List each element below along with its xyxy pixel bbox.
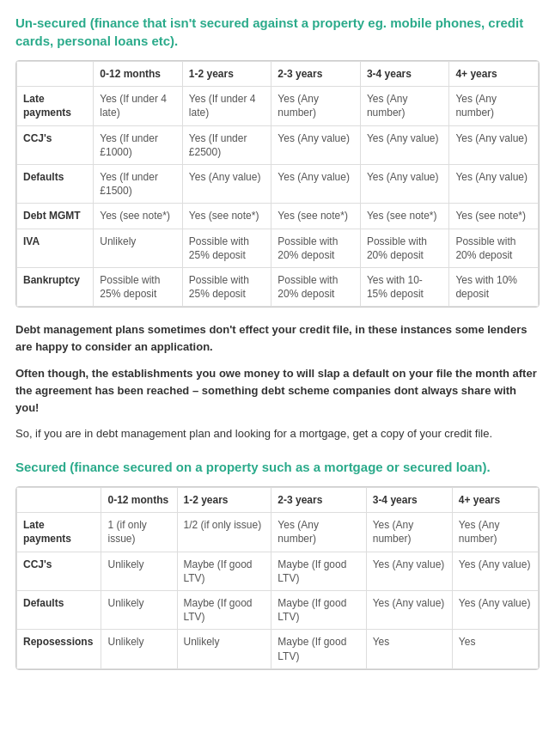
table-cell: Yes (Any number) (449, 87, 539, 125)
table-cell: Yes (Any value) (449, 164, 539, 203)
table-cell: Yes with 10% deposit (449, 267, 539, 306)
table-cell: Yes (Any value) (452, 591, 538, 630)
table-cell: Yes (see note*) (360, 204, 449, 229)
table-cell: Possible with 20% deposit (271, 267, 361, 306)
table-cell: Yes with 10-15% deposit (360, 267, 449, 306)
unsecured-col-header-1: 0-12 months (94, 62, 183, 87)
table-cell: Yes (Any value) (452, 552, 538, 590)
table-cell: Yes (Any value) (366, 591, 452, 630)
secured-col-header-1: 0-12 months (101, 488, 177, 513)
table-row: Debt MGMTYes (see note*)Yes (see note*)Y… (17, 204, 539, 229)
table-row: Late payments1 (if only issue)1/2 (if on… (17, 513, 539, 552)
secured-table: 0-12 months1-2 years2-3 years3-4 years4+… (16, 487, 539, 669)
table-cell: Yes (see note*) (449, 204, 539, 229)
unsecured-col-header-3: 2-3 years (271, 62, 361, 87)
unsecured-body: Late paymentsYes (If under 4 late)Yes (I… (17, 87, 539, 307)
row-label: Debt MGMT (17, 204, 94, 229)
unsecured-col-header-5: 4+ years (449, 62, 539, 87)
row-label: CCJ's (17, 125, 94, 164)
secured-col-header-2: 1-2 years (177, 488, 271, 513)
table-cell: Yes (If under £1500) (94, 164, 183, 203)
row-label: CCJ's (17, 552, 101, 590)
table-cell: Yes (Any value) (360, 164, 449, 203)
table-cell: Maybe (If good LTV) (271, 630, 366, 668)
table-cell: Yes (If under £1000) (94, 125, 183, 164)
row-label: Reposessions (17, 630, 101, 668)
table-row: CCJ'sUnlikelyMaybe (If good LTV)Maybe (I… (17, 552, 539, 590)
table-row: DefaultsYes (If under £1500)Yes (Any val… (17, 164, 539, 203)
table-cell: Yes (Any value) (449, 125, 539, 164)
table-cell: Maybe (If good LTV) (177, 591, 271, 630)
unsecured-table: 0-12 months1-2 years2-3 years3-4 years4+… (16, 61, 539, 307)
table-cell: Possible with 20% deposit (360, 229, 449, 267)
unsecured-section: Un-secured (finance that isn't secured a… (15, 14, 540, 308)
row-label: Late payments (17, 87, 94, 125)
secured-body: Late payments1 (if only issue)1/2 (if on… (17, 513, 539, 669)
table-cell: 1 (if only issue) (101, 513, 177, 552)
table-cell: Yes (Any value) (271, 164, 361, 203)
unsecured-title: Un-secured (finance that isn't secured a… (15, 14, 540, 50)
table-cell: Unlikely (101, 630, 177, 668)
unsecured-col-header-2: 1-2 years (182, 62, 271, 87)
secured-col-header-4: 3-4 years (366, 488, 452, 513)
table-row: DefaultsUnlikelyMaybe (If good LTV)Maybe… (17, 591, 539, 630)
note-paragraph-2: So, if you are in debt management plan a… (15, 425, 540, 442)
secured-section: Secured (finance secured on a property s… (15, 458, 540, 670)
table-cell: Possible with 25% deposit (182, 229, 271, 267)
table-cell: Maybe (If good LTV) (177, 552, 271, 590)
row-label: Defaults (17, 164, 94, 203)
table-cell: Unlikely (94, 229, 183, 267)
table-cell: Maybe (If good LTV) (271, 591, 366, 630)
table-row: CCJ'sYes (If under £1000)Yes (If under £… (17, 125, 539, 164)
table-cell: Maybe (If good LTV) (271, 552, 366, 590)
secured-col-header-5: 4+ years (452, 488, 538, 513)
note-paragraph-0: Debt management plans sometimes don't ef… (15, 321, 540, 356)
table-cell: Possible with 20% deposit (449, 229, 539, 267)
secured-col-header-3: 2-3 years (271, 488, 366, 513)
secured-table-wrapper: 0-12 months1-2 years2-3 years3-4 years4+… (15, 486, 540, 670)
table-cell: Yes (Any value) (182, 164, 271, 203)
table-cell: Yes (Any number) (271, 513, 366, 552)
secured-title: Secured (finance secured on a property s… (15, 458, 540, 476)
table-cell: Unlikely (101, 591, 177, 630)
table-cell: Yes (Any number) (271, 87, 361, 125)
row-label: IVA (17, 229, 94, 267)
table-cell: Yes (see note*) (182, 204, 271, 229)
table-cell: Possible with 25% deposit (182, 267, 271, 306)
unsecured-col-header-4: 3-4 years (360, 62, 449, 87)
notes-section: Debt management plans sometimes don't ef… (15, 321, 540, 442)
secured-col-header-0 (17, 488, 101, 513)
table-row: ReposessionsUnlikelyUnlikelyMaybe (If go… (17, 630, 539, 668)
table-cell: 1/2 (if only issue) (177, 513, 271, 552)
table-cell: Unlikely (101, 552, 177, 590)
row-label: Late payments (17, 513, 101, 552)
unsecured-col-header-0 (17, 62, 94, 87)
table-cell: Yes (Any value) (271, 125, 361, 164)
table-cell: Possible with 25% deposit (94, 267, 183, 306)
note-paragraph-1: Often though, the establishments you owe… (15, 365, 540, 417)
table-row: IVAUnlikelyPossible with 25% depositPoss… (17, 229, 539, 267)
table-cell: Yes (see note*) (94, 204, 183, 229)
table-row: BankruptcyPossible with 25% depositPossi… (17, 267, 539, 306)
table-cell: Yes (If under 4 late) (182, 87, 271, 125)
table-cell: Yes (If under £2500) (182, 125, 271, 164)
row-label: Defaults (17, 591, 101, 630)
table-cell: Yes (Any value) (360, 125, 449, 164)
table-cell: Yes (366, 630, 452, 668)
table-cell: Yes (Any number) (360, 87, 449, 125)
secured-header-row: 0-12 months1-2 years2-3 years3-4 years4+… (17, 488, 539, 513)
table-cell: Unlikely (177, 630, 271, 668)
table-cell: Yes (Any number) (366, 513, 452, 552)
table-cell: Yes (see note*) (271, 204, 361, 229)
unsecured-header-row: 0-12 months1-2 years2-3 years3-4 years4+… (17, 62, 539, 87)
table-cell: Yes (452, 630, 538, 668)
unsecured-table-wrapper: 0-12 months1-2 years2-3 years3-4 years4+… (15, 60, 540, 308)
table-cell: Yes (Any number) (452, 513, 538, 552)
table-cell: Yes (If under 4 late) (94, 87, 183, 125)
table-row: Late paymentsYes (If under 4 late)Yes (I… (17, 87, 539, 125)
table-cell: Possible with 20% deposit (271, 229, 361, 267)
table-cell: Yes (Any value) (366, 552, 452, 590)
row-label: Bankruptcy (17, 267, 94, 306)
